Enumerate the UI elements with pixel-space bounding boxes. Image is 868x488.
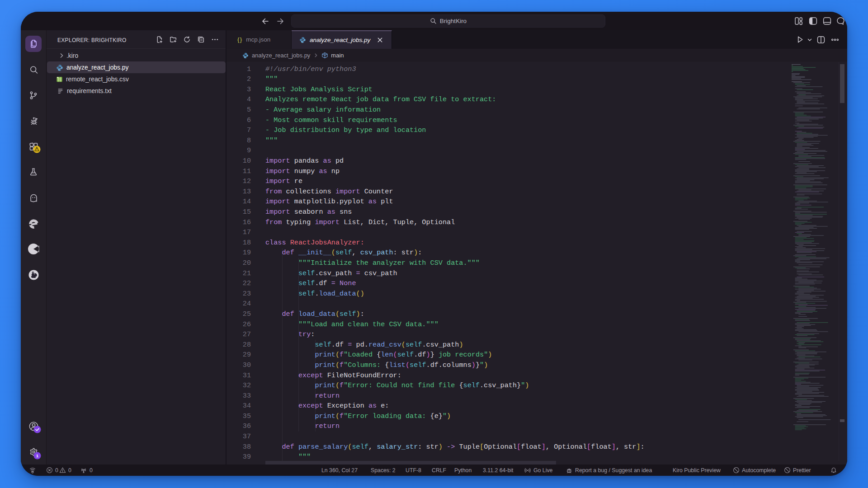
svg-text:1: 1 (36, 453, 38, 458)
